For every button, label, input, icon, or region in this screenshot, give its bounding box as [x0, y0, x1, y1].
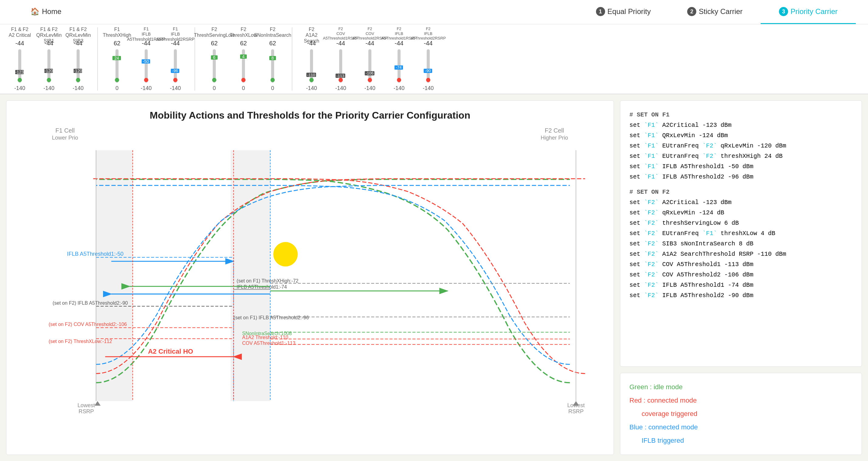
top-nav: 🏠 Home 1 Equal Priority 2 Sticky Carrier… — [0, 0, 868, 24]
nav-sticky-circle: 2 — [687, 7, 696, 16]
f2-line-5: set `F2` SIB3 sNonIntraSearch 8 dB — [629, 239, 852, 249]
f2-cell-label: F2 CellHigher Prio — [541, 127, 568, 141]
slider-thumb-f2-iflb2[interactable]: -90 — [424, 69, 432, 73]
f2-line-2: set `F2` qRxLevMin -124 dB — [629, 208, 852, 218]
slider-f2-threshxlow: F2ThreshXLow 62 4 0 — [230, 26, 257, 91]
nav-priority-circle: 3 — [779, 7, 788, 16]
slider-f1-iflb-a5t2: F1IFLBA5Threshold2RSRP -44 -96 -140 — [162, 26, 189, 91]
chart-title: Mobility Actions and Thresholds for the … — [16, 110, 604, 121]
slider-f2-a1a2: F2A1A2 Search -44 -110 -140 — [298, 26, 325, 91]
ann-cov113: COV A5Threshold1:-113 — [242, 340, 296, 346]
svg-text:RSRP: RSRP — [568, 408, 584, 414]
ann-threshxhigh: (set on F1) ThreshXHigh:-72 — [237, 278, 299, 283]
legend-green: Green : idle mode — [629, 380, 852, 394]
slider-f2-snonintra: F2SNonIntraSearch 62 8 0 — [259, 26, 286, 91]
slider-f2-servinglow: F2ThreshServingLow 62 6 0 — [200, 26, 228, 91]
legend-red-sub: coverage triggered — [642, 407, 852, 421]
f2-line-10: set `F2` IFLB A5Threshold2 -90 dBm — [629, 290, 852, 301]
svg-marker-30 — [95, 401, 101, 406]
divider-1 — [97, 27, 98, 91]
f2-line-1: set `F2` A2Critical -123 dBm — [629, 197, 852, 208]
lowest-rsrp-left: Lowest — [78, 402, 95, 408]
slider-threshxhigh: F1ThreshXHigh 62 24 0 — [103, 26, 131, 91]
slider-group-4: F2A1A2 Search -44 -110 -140 F2COVA5Thres… — [298, 27, 442, 91]
nav-equal-circle: 1 — [596, 7, 605, 16]
slider-thumb-f1-iflb2[interactable]: -96 — [171, 69, 179, 73]
annotation-iflb50: IFLB A5Threshold1:-50 — [67, 251, 123, 257]
f1-line-3: set `F1` EUtranFreq `F2` qRxLevMin -120 … — [629, 141, 852, 151]
slider-qrxlevmin-sib3: F1 & F2QRxLevMinSIB3 -44 -120 -140 — [64, 26, 92, 91]
nav-sticky-carrier[interactable]: 2 Sticky Carrier — [669, 0, 761, 24]
slider-thumb-f1-iflb1[interactable]: -50 — [142, 59, 150, 63]
slider-group-1: F1 & F2A2 Critical -44 -123 -140 F1 & F2… — [6, 27, 92, 91]
nav-home[interactable]: 🏠 Home — [12, 0, 80, 24]
svg-rect-1 — [230, 150, 270, 401]
home-icon: 🏠 — [30, 7, 39, 16]
slider-f1-iflb-a5t1: F1IFLBA5Threshold1RSRP -44 -50 -140 — [132, 26, 160, 91]
slider-thumb-cov1[interactable]: -113 — [336, 74, 345, 78]
slider-thumb-qrx3[interactable]: -120 — [73, 69, 82, 73]
legend-red: Red : connected mode — [629, 394, 852, 407]
slider-a2critical: F1 & F2A2 Critical -44 -123 -140 — [6, 26, 33, 91]
f1-cell-label: F1 CellLower Prio — [52, 127, 78, 141]
main-content: Mobility Actions and Thresholds for the … — [0, 94, 868, 461]
ann-a2ho: A2 Critical HO — [148, 348, 193, 355]
legend-blue-sub: IFLB triggered — [642, 434, 852, 447]
nav-sticky-label: Sticky Carrier — [699, 7, 742, 16]
f2-line-9: set `F2` IFLB A5Threshold1 -74 dBm — [629, 280, 852, 290]
slider-f2-cov-a5t1: F2COVA5Threshold1RSRP -44 -113 -140 — [327, 26, 354, 91]
f1-line-2: set `F1` QRxLevMin -124 dBm — [629, 131, 852, 141]
ann-a1a2: A1A2 Threshold:-110 — [242, 335, 288, 340]
slider-f2-iflb-a5t2: F2IFLBa5Threshold2RSRP -44 -90 -140 — [414, 26, 442, 91]
svg-rect-0 — [96, 150, 133, 401]
chart-svg: IFLB A5Threshold1:-50 (set on F2) IFLB A… — [16, 144, 604, 419]
f1-line-6: set `F1` IFLB A5Threshold2 -96 dBm — [629, 172, 852, 182]
nav-equal-label: Equal Priority — [608, 7, 651, 16]
slider-thumb-snonintra[interactable]: 8 — [269, 56, 276, 60]
slider-thumb-servinglow[interactable]: 6 — [211, 55, 218, 60]
chart-panel: Mobility Actions and Thresholds for the … — [6, 100, 614, 455]
slider-f2-iflb-a5t1: F2IFLBA5Threshold1RSRP -44 -74 -140 — [385, 26, 413, 91]
f1-line-4: set `F1` EUtranFreq `F2` threshXHigh 24 … — [629, 151, 852, 162]
slider-thumb-threshxhigh[interactable]: 24 — [113, 56, 121, 60]
f2-header: # SET ON F2 — [629, 187, 852, 197]
slider-thumb-f2-iflb1[interactable]: -74 — [395, 65, 403, 69]
annotation-iflb90: (set on F2) IFLB A5Threshold2:-90 — [53, 300, 128, 306]
sliders-row: F1 & F2A2 Critical -44 -123 -140 F1 & F2… — [0, 24, 868, 94]
f1-header: # SET ON F1 — [629, 110, 852, 120]
f1-line-5: set `F1` IFLB A5Threshold1 -50 dBm — [629, 162, 852, 172]
slider-thumb-qrx1[interactable]: -120 — [44, 69, 53, 73]
nav-priority-label: Priority Carrier — [790, 7, 838, 16]
nav-equal-priority[interactable]: 1 Equal Priority — [578, 0, 669, 24]
slider-thumb-threshxlow[interactable]: 4 — [240, 54, 247, 59]
ann-iflb96: (set on F1) IFLB A5Threshold2:-96 — [234, 315, 309, 320]
f1-line-1: set `F1` A2Critical -123 dBm — [629, 120, 852, 131]
annotation-threshxlow: (set on F2) ThreshXLow:-112 — [49, 339, 112, 344]
f2-line-4: set `F2` EUtranFreq `F1` threshXLow 4 dB — [629, 228, 852, 239]
slider-thumb-a2c[interactable]: -123 — [15, 70, 24, 74]
svg-text:RSRP: RSRP — [79, 408, 94, 414]
f2-line-3: set `F2` threshServingLow 6 dB — [629, 218, 852, 228]
slider-f2-cov-a5t2: F2COVa5Threshold2RSRP -44 -106 -140 — [356, 26, 383, 91]
right-panel: # SET ON F1 set `F1` A2Critical -123 dBm… — [614, 100, 862, 455]
cursor-dot — [273, 242, 298, 266]
slider-group-2: F1ThreshXHigh 62 24 0 F1IFLBA5Threshold1… — [103, 27, 189, 91]
f2-line-6: set `F2` A1A2 SearchThreshold RSRP -110 … — [629, 249, 852, 259]
slider-qrxlevmin-sib1: F1 & F2QRxLevMinSIB1 -44 -120 -140 — [35, 26, 63, 91]
f2-line-7: set `F2` COV A5Threshold1 -113 dBm — [629, 259, 852, 270]
code-panel: # SET ON F1 set `F1` A2Critical -123 dBm… — [620, 100, 862, 367]
slider-thumb-cov2[interactable]: -106 — [365, 71, 374, 76]
f2-line-8: set `F2` COV A5Threshold2 -106 dBm — [629, 270, 852, 280]
legend-blue: Blue : connected mode — [629, 421, 852, 434]
annotation-cov106: (set on F2) COV A5Threshold2:-106 — [49, 321, 127, 327]
nav-home-label: Home — [42, 7, 61, 16]
nav-priority-carrier[interactable]: 3 Priority Carrier — [761, 0, 856, 24]
legend-panel: Green : idle mode Red : connected mode c… — [620, 373, 862, 455]
divider-3 — [292, 27, 292, 91]
slider-group-3: F2ThreshServingLow 62 6 0 F2ThreshXLow 6… — [200, 27, 286, 91]
slider-thumb-a1a2[interactable]: -110 — [306, 73, 316, 77]
